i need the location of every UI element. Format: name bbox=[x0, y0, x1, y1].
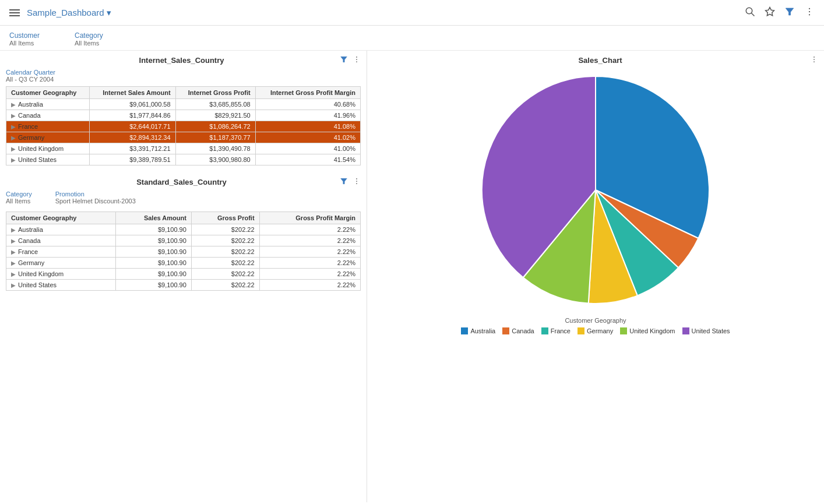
more-icon-chart[interactable] bbox=[810, 55, 818, 65]
margin-cell: 41.54% bbox=[255, 154, 360, 165]
chevron-icon: ▾ bbox=[107, 8, 111, 18]
geo-cell: ▶Canada bbox=[6, 110, 90, 121]
svg-point-16 bbox=[814, 59, 815, 60]
more-icon-internet[interactable] bbox=[353, 55, 361, 65]
table-row: ▶Germany $2,894,312.34 $1,187,370.77 41.… bbox=[6, 132, 361, 143]
table-row: ▶Canada $1,977,844.86 $829,921.50 41.96% bbox=[6, 110, 361, 121]
svg-point-5 bbox=[809, 10, 810, 12]
category-sub-filter[interactable]: Category All Items bbox=[6, 191, 32, 205]
legend-title: Customer Geography bbox=[565, 317, 626, 324]
promotion-sub-filter[interactable]: Promotion Sport Helmet Discount-2003 bbox=[55, 191, 136, 205]
geo-cell: ▶United Kingdom bbox=[6, 143, 90, 154]
geo-cell: ▶United Kingdom bbox=[6, 269, 116, 280]
sales-cell: $9,100.90 bbox=[115, 280, 191, 291]
legend-label: United States bbox=[692, 327, 730, 334]
profit-cell: $202.22 bbox=[191, 280, 259, 291]
geo-cell: ▶France bbox=[6, 246, 116, 258]
main-content: Internet_Sales_Country Calendar Quarter … bbox=[0, 51, 824, 502]
left-panel: Internet_Sales_Country Calendar Quarter … bbox=[0, 51, 367, 502]
topbar-right bbox=[745, 6, 815, 19]
margin-cell: 41.96% bbox=[255, 110, 360, 121]
title-text: Sample_Dashboard bbox=[27, 8, 104, 17]
calendar-quarter-value: All - Q3 CY 2004 bbox=[6, 76, 361, 83]
category-sub-label: Category bbox=[6, 191, 32, 198]
legend-item: Australia bbox=[461, 327, 495, 334]
margin-cell: 2.22% bbox=[259, 258, 360, 269]
legend-color-dot bbox=[541, 327, 548, 334]
svg-marker-11 bbox=[341, 178, 347, 184]
sales-cell: $2,644,017.71 bbox=[90, 121, 175, 132]
chart-header: Sales_Chart bbox=[373, 55, 818, 65]
col-geo-internet: Customer Geography bbox=[6, 87, 90, 99]
table-row: ▶United Kingdom $3,391,712.21 $1,390,490… bbox=[6, 143, 361, 154]
sales-cell: $9,389,789.51 bbox=[90, 154, 175, 165]
legend-item: United Kingdom bbox=[620, 327, 675, 334]
calendar-quarter-label: Calendar Quarter bbox=[6, 69, 361, 76]
menu-icon[interactable] bbox=[9, 9, 20, 16]
sales-cell: $9,061,000.58 bbox=[90, 99, 175, 110]
sales-cell: $3,391,712.21 bbox=[90, 143, 175, 154]
sales-cell: $9,100.90 bbox=[115, 246, 191, 258]
chart-title: Sales_Chart bbox=[390, 56, 810, 65]
margin-cell: 40.68% bbox=[255, 99, 360, 110]
profit-cell: $202.22 bbox=[191, 246, 259, 258]
more-icon[interactable] bbox=[804, 6, 815, 19]
internet-sales-widget: Internet_Sales_Country Calendar Quarter … bbox=[6, 55, 361, 165]
customer-filter[interactable]: Customer All Items bbox=[9, 31, 40, 47]
table-row: ▶France $9,100.90 $202.22 2.22% bbox=[6, 246, 361, 258]
table-row: ▶Germany $9,100.90 $202.22 2.22% bbox=[6, 258, 361, 269]
more-icon-standard[interactable] bbox=[353, 177, 361, 187]
svg-point-15 bbox=[814, 57, 815, 58]
standard-sales-header: Standard_Sales_Country bbox=[6, 177, 361, 187]
svg-point-12 bbox=[356, 178, 357, 179]
margin-cell: 2.22% bbox=[259, 224, 360, 235]
sales-cell: $9,100.90 bbox=[115, 269, 191, 280]
star-icon[interactable] bbox=[765, 6, 775, 19]
legend-item: Germany bbox=[577, 327, 613, 334]
category-filter-label: Category bbox=[75, 31, 103, 40]
profit-cell: $202.22 bbox=[191, 224, 259, 235]
pie-chart bbox=[473, 68, 718, 312]
profit-cell: $202.22 bbox=[191, 269, 259, 280]
svg-point-4 bbox=[809, 8, 810, 9]
search-icon[interactable] bbox=[745, 6, 755, 19]
filter-icon[interactable] bbox=[784, 6, 795, 19]
legend-item: United States bbox=[682, 327, 730, 334]
geo-cell: ▶Germany bbox=[6, 258, 116, 269]
legend-label: Germany bbox=[587, 327, 613, 334]
topbar-left: Sample_Dashboard ▾ bbox=[9, 8, 111, 18]
col-profit-internet: Internet Gross Profit bbox=[175, 87, 255, 99]
dashboard-title[interactable]: Sample_Dashboard ▾ bbox=[27, 8, 111, 18]
customer-filter-label: Customer bbox=[9, 31, 40, 40]
calendar-quarter-filter[interactable]: Calendar Quarter All - Q3 CY 2004 bbox=[6, 69, 361, 83]
sales-cell: $1,977,844.86 bbox=[90, 110, 175, 121]
profit-cell: $3,900,980.80 bbox=[175, 154, 255, 165]
category-filter[interactable]: Category All Items bbox=[75, 31, 103, 47]
topbar: Sample_Dashboard ▾ bbox=[0, 0, 824, 26]
filter-icon-internet[interactable] bbox=[340, 55, 348, 65]
sales-chart-container: Sales_Chart Customer Geography Australia… bbox=[373, 55, 818, 334]
profit-cell: $1,187,370.77 bbox=[175, 132, 255, 143]
customer-filter-value: All Items bbox=[9, 40, 40, 47]
svg-point-9 bbox=[356, 59, 357, 60]
svg-point-6 bbox=[809, 14, 810, 15]
filters-row: Customer All Items Category All Items bbox=[0, 26, 824, 51]
margin-cell: 2.22% bbox=[259, 269, 360, 280]
internet-sales-icons bbox=[340, 55, 361, 65]
table-row: ▶Australia $9,061,000.58 $3,685,855.08 4… bbox=[6, 99, 361, 110]
promotion-sub-label: Promotion bbox=[55, 191, 136, 198]
geo-cell: ▶Australia bbox=[6, 99, 90, 110]
geo-cell: ▶France bbox=[6, 121, 90, 132]
sales-cell: $9,100.90 bbox=[115, 235, 191, 246]
col-margin-standard: Gross Profit Margin bbox=[259, 212, 360, 224]
category-sub-value: All Items bbox=[6, 198, 32, 205]
legend-label: Australia bbox=[470, 327, 495, 334]
col-sales-internet: Internet Sales Amount bbox=[90, 87, 175, 99]
margin-cell: 41.00% bbox=[255, 143, 360, 154]
promotion-sub-value: Sport Helmet Discount-2003 bbox=[55, 198, 136, 205]
legend-label: Canada bbox=[512, 327, 534, 334]
standard-sales-table: Customer Geography Sales Amount Gross Pr… bbox=[6, 212, 361, 291]
col-sales-standard: Sales Amount bbox=[115, 212, 191, 224]
svg-line-1 bbox=[751, 13, 754, 16]
filter-icon-standard[interactable] bbox=[340, 177, 348, 187]
